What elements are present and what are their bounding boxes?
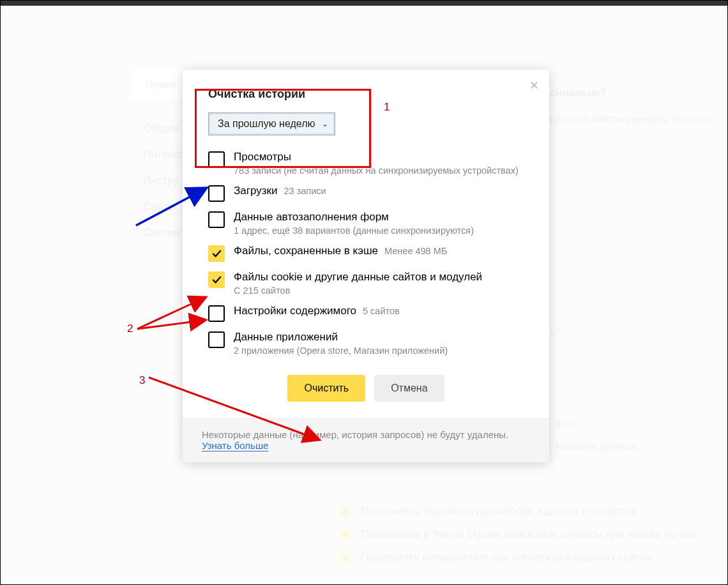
time-range-value: За прошлую неделю [218,118,315,129]
clear-history-dialog: ✕ Очистка истории За прошлую неделю ⌄ Пр… [183,70,549,462]
chevron-down-icon: ⌄ [322,119,328,128]
option-checkbox[interactable] [208,331,225,348]
option-label: Настройки содержимого [234,305,356,317]
clear-button[interactable]: Очистить [287,375,365,402]
option-sub: 2 приложения (Opera store, Магазин прило… [234,346,448,356]
option-checkbox[interactable] [208,211,225,228]
footer-note: Некоторые данные (например, история запр… [202,429,508,440]
option-checkbox[interactable] [208,245,225,262]
cancel-button[interactable]: Отмена [374,375,444,402]
dialog-title: Очистка истории [208,87,524,101]
option-label: Просмотры [234,151,291,163]
option-checkbox[interactable] [208,305,225,322]
option-label: Данные автозаполнения форм [234,211,389,224]
option-label: Данные приложений [234,331,338,344]
option-label: Файлы cookie и другие данные сайтов и мо… [234,271,482,284]
option-label: Файлы, сохраненные в кэше [234,245,378,257]
option-inline-sub: 5 сайтов [363,306,400,316]
option-checkbox[interactable] [208,151,225,168]
annotation-label-3: 3 [139,374,145,387]
option-sub: 1 адрес, ещё 38 вариантов (данные синхро… [234,225,474,236]
annotation-label-1: 1 [384,101,390,114]
option-inline-sub: Менее 498 МБ [384,246,447,256]
annotation-label-2: 2 [127,323,133,335]
option-inline-sub: 23 записи [284,186,326,196]
option-sub: С 215 сайтов [234,285,482,296]
option-checkbox[interactable] [208,185,225,202]
learn-more-link[interactable]: Узнать больше [202,440,268,452]
window-titlebar [1,1,727,6]
option-label: Загрузки [234,185,277,197]
time-range-select[interactable]: За прошлую неделю ⌄ [208,112,335,135]
option-sub: 783 записи (не считая данных на синхрони… [234,165,519,176]
close-icon[interactable]: ✕ [529,80,539,91]
option-checkbox[interactable] [208,271,225,288]
